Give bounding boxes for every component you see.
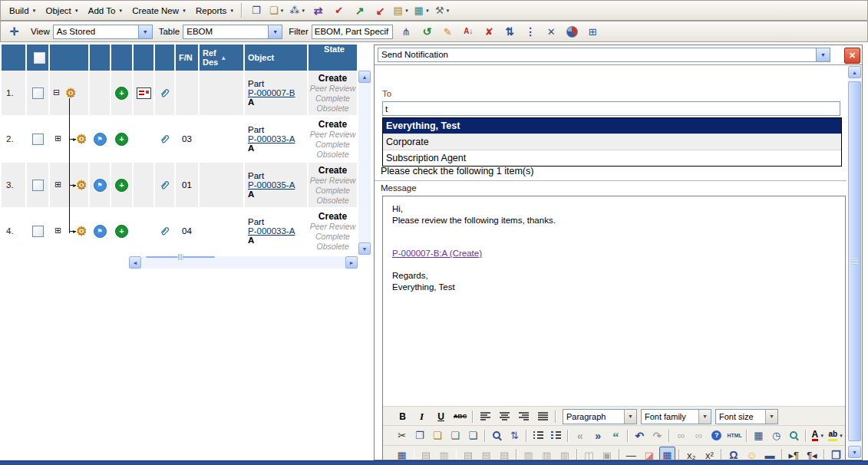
paste-from-word-icon[interactable]: ❏ (465, 427, 481, 444)
align-center-icon[interactable] (496, 408, 513, 425)
menu-add-to[interactable]: Add To▼ (83, 4, 127, 18)
expand-icon[interactable]: ⊞ (54, 180, 61, 189)
close-button[interactable]: ✕ (844, 48, 860, 64)
clear-filter-icon[interactable]: ✘ (480, 23, 499, 41)
insert-date-icon[interactable]: ▦ (751, 427, 767, 444)
claimed-icon[interactable]: ⚑ (94, 179, 107, 192)
chevron-down-icon[interactable]: ▼ (624, 410, 636, 424)
visual-aid-icon[interactable]: ▦ (659, 447, 676, 460)
grid-vertical-scrollbar[interactable]: ▲ ▼ (358, 71, 371, 255)
horizontal-rule-icon[interactable]: — (623, 447, 640, 460)
add-item-icon[interactable]: + (115, 87, 128, 100)
chevron-down-icon[interactable]: ▼ (268, 25, 282, 38)
part-gear-icon[interactable]: ⚙ (76, 225, 87, 237)
chevron-down-icon[interactable]: ▼ (816, 48, 830, 61)
pie-chart-icon[interactable] (563, 23, 582, 41)
font-family-select[interactable]: Font family ▼ (641, 409, 711, 424)
copy-item-icon[interactable]: ❏▼ (267, 2, 286, 19)
sort-branch-icon[interactable]: ⇅ (500, 23, 520, 41)
chevron-down-icon[interactable]: ▼ (138, 25, 152, 38)
paragraph-format-select[interactable]: Paragraph ▼ (563, 409, 637, 424)
fullscreen-icon[interactable]: ❒ (828, 447, 845, 460)
part-gear-icon[interactable]: ⚙ (76, 179, 87, 191)
select-all-checkbox[interactable] (34, 52, 45, 64)
scroll-down-button[interactable]: ▼ (848, 446, 861, 458)
highlight-color-icon[interactable]: ab▼ (827, 427, 844, 444)
scroll-thumb[interactable] (848, 81, 861, 441)
header-fn[interactable]: F/N (176, 45, 200, 71)
cut-icon[interactable]: ✂ (394, 427, 410, 444)
collapse-icon[interactable]: ⊟ (53, 88, 60, 97)
bullet-list-icon[interactable] (530, 427, 546, 444)
menu-reports[interactable]: Reports▼ (190, 4, 238, 18)
disconnect-icon[interactable]: ✕ (542, 23, 561, 41)
suggestion-item[interactable]: Corporate (383, 134, 841, 150)
tree-nodes-icon[interactable]: ⋮ (521, 23, 540, 41)
insert-media-icon[interactable]: ▬ (761, 447, 778, 460)
sort-az-icon[interactable]: A↓ (459, 23, 478, 41)
align-justify-icon[interactable] (534, 408, 552, 425)
message-body[interactable]: Hi, Please review the following items, t… (383, 196, 845, 406)
structure-filter-icon[interactable]: ⋔ (397, 23, 416, 41)
menu-build[interactable]: Build▼ (4, 4, 41, 18)
expand-icon[interactable]: ⊞ (54, 226, 61, 235)
blockquote-icon[interactable]: “ (608, 427, 624, 444)
scroll-right-button[interactable]: ► (345, 256, 358, 269)
find-icon[interactable] (489, 427, 505, 444)
align-right-icon[interactable] (515, 408, 533, 425)
claimed-icon[interactable]: ⚑ (94, 225, 107, 238)
special-char-icon[interactable]: Ω (725, 447, 742, 460)
paste-as-text-icon[interactable]: ❏ (447, 427, 464, 444)
align-left-icon[interactable] (477, 408, 494, 425)
swap-view-icon[interactable]: ⇄ (309, 2, 328, 19)
row-checkbox[interactable] (32, 87, 44, 99)
superscript-icon[interactable]: x² (701, 447, 718, 460)
item-number-link[interactable]: P-000007-B (248, 88, 295, 97)
item-number-link[interactable]: P-000035-A (248, 180, 295, 190)
menu-object[interactable]: Object▼ (41, 4, 83, 18)
remove-format-icon[interactable]: ◪ (641, 447, 658, 460)
chevron-down-icon[interactable]: ▼ (765, 410, 777, 424)
suggestion-item[interactable]: Everything, Test (383, 118, 841, 134)
preview-icon[interactable] (786, 427, 802, 444)
help-icon[interactable]: ? (708, 427, 724, 444)
strikethrough-icon[interactable]: ABC (451, 408, 469, 425)
scroll-left-button[interactable]: ◄ (129, 256, 141, 269)
text-color-icon[interactable]: A▼ (810, 427, 826, 444)
row-checkbox[interactable] (32, 134, 44, 145)
numbered-list-icon[interactable] (548, 427, 564, 444)
filter-input[interactable] (312, 25, 393, 39)
menu-create-new[interactable]: Create New▼ (127, 4, 190, 18)
header-ref-des[interactable]: RefDes▲ (200, 45, 245, 71)
header-state[interactable]: State (309, 45, 358, 71)
commit-check-icon[interactable]: ✔ (329, 2, 348, 19)
add-item-icon[interactable]: + (115, 133, 128, 146)
subscript-icon[interactable]: x₂ (683, 447, 700, 460)
notification-type-select[interactable]: Send Notification ▼ (378, 48, 830, 62)
part-gear-icon[interactable]: ⚙ (65, 87, 76, 99)
new-window-icon[interactable]: ❐ (246, 2, 266, 19)
header-select-all[interactable] (27, 45, 50, 71)
add-item-icon[interactable]: + (115, 179, 128, 192)
underline-icon[interactable]: U (432, 408, 450, 425)
scroll-thumb[interactable] (146, 256, 215, 258)
rtl-icon[interactable]: ¶◂ (804, 447, 820, 460)
font-size-select[interactable]: Font size ▼ (715, 409, 778, 424)
demote-icon[interactable]: ↙ (371, 2, 390, 19)
part-gear-icon[interactable]: ⚙ (76, 133, 87, 145)
table-select[interactable]: EBOM ▼ (183, 25, 282, 39)
image-attachment-icon[interactable] (137, 87, 151, 99)
undo-icon[interactable]: ↶ (632, 427, 648, 444)
insert-table-icon[interactable]: ▦ (394, 447, 411, 460)
scroll-track[interactable] (141, 256, 345, 269)
expand-all-icon[interactable]: ✛ (5, 23, 24, 41)
grid-horizontal-scrollbar[interactable]: ◄ ► (129, 256, 358, 269)
paperclip-icon[interactable] (159, 87, 170, 99)
item-number-link[interactable]: P-000033-A (248, 226, 295, 236)
chevron-down-icon[interactable]: ▼ (698, 410, 711, 424)
scroll-down-button[interactable]: ▼ (358, 242, 371, 255)
print-icon[interactable]: ▤▼ (391, 2, 411, 19)
suggestion-item[interactable]: Subscription Agent (383, 150, 841, 166)
claimed-icon[interactable]: ⚑ (94, 133, 107, 146)
promote-icon[interactable]: ↗ (350, 2, 369, 19)
